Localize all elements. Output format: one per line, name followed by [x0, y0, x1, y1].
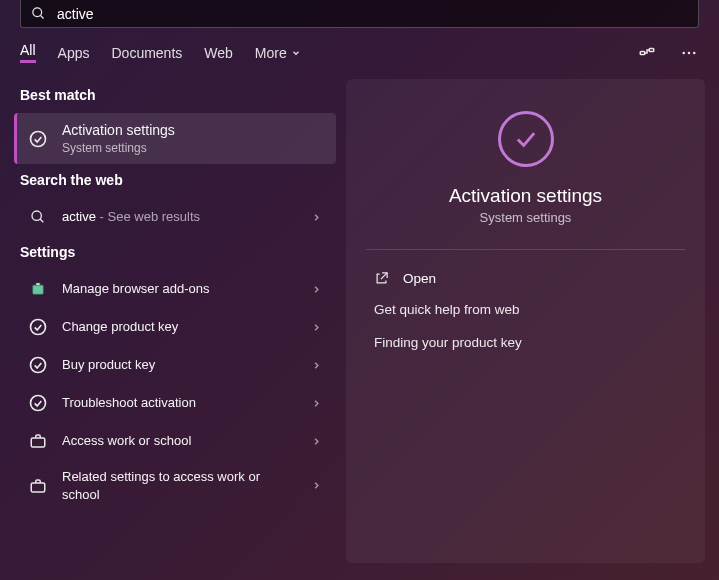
result-subtitle: System settings: [62, 140, 322, 156]
svg-point-0: [33, 8, 42, 17]
section-best-match: Best match: [14, 79, 336, 113]
tab-documents[interactable]: Documents: [111, 45, 182, 61]
detail-link-1[interactable]: Finding your product key: [366, 326, 685, 359]
chevron-right-icon: [311, 212, 322, 223]
svg-rect-11: [36, 283, 40, 286]
check-icon: [28, 393, 48, 413]
briefcase-icon: [28, 431, 48, 451]
search-bar[interactable]: [20, 0, 699, 28]
check-circle-icon: [28, 129, 48, 149]
svg-rect-15: [31, 438, 45, 447]
open-label: Open: [403, 271, 436, 286]
settings-item-label: Buy product key: [62, 356, 297, 374]
svg-line-9: [40, 219, 43, 222]
tab-all[interactable]: All: [20, 42, 36, 63]
result-best-match[interactable]: Activation settings System settings: [14, 113, 336, 164]
svg-point-14: [31, 396, 46, 411]
open-action[interactable]: Open: [366, 264, 685, 293]
result-text: Activation settings System settings: [62, 121, 322, 156]
tab-web[interactable]: Web: [204, 45, 233, 61]
tab-more[interactable]: More: [255, 45, 301, 61]
svg-point-7: [31, 131, 46, 146]
svg-point-5: [688, 51, 691, 54]
search-icon: [28, 207, 48, 227]
detail-subtitle: System settings: [480, 210, 572, 225]
search-input[interactable]: [57, 6, 688, 22]
open-external-icon: [374, 271, 389, 286]
settings-item[interactable]: Related settings to access work or schoo…: [14, 460, 336, 511]
settings-item[interactable]: Buy product key: [14, 346, 336, 384]
check-icon: [28, 317, 48, 337]
settings-item[interactable]: Manage browser add-ons: [14, 270, 336, 308]
result-text: active - See web results: [62, 208, 297, 226]
svg-line-1: [40, 15, 43, 18]
settings-item-label: Related settings to access work or schoo…: [62, 468, 297, 503]
settings-item[interactable]: Change product key: [14, 308, 336, 346]
detail-link-0[interactable]: Get quick help from web: [366, 293, 685, 326]
addons-icon: [28, 279, 48, 299]
section-settings: Settings: [14, 236, 336, 270]
chevron-right-icon: [311, 436, 322, 447]
svg-point-4: [682, 51, 685, 54]
chevron-right-icon: [311, 480, 322, 491]
svg-rect-3: [649, 48, 654, 51]
check-icon: [28, 355, 48, 375]
chevron-right-icon: [311, 398, 322, 409]
connect-icon[interactable]: [637, 43, 657, 63]
tab-apps[interactable]: Apps: [58, 45, 90, 61]
settings-item-label: Manage browser add-ons: [62, 280, 297, 298]
svg-rect-16: [31, 483, 45, 492]
chevron-right-icon: [311, 360, 322, 371]
chevron-right-icon: [311, 322, 322, 333]
activation-hero-icon: [498, 111, 554, 167]
section-search-web: Search the web: [14, 164, 336, 198]
result-title: Activation settings: [62, 121, 322, 140]
settings-item[interactable]: Troubleshoot activation: [14, 384, 336, 422]
detail-title: Activation settings: [449, 185, 602, 207]
chevron-down-icon: [291, 48, 301, 58]
svg-point-8: [32, 211, 41, 220]
svg-point-12: [31, 320, 46, 335]
svg-rect-10: [33, 285, 44, 294]
detail-panel: Activation settings System settings Open…: [346, 79, 705, 563]
more-options-icon[interactable]: [679, 43, 699, 63]
settings-item-label: Access work or school: [62, 432, 297, 450]
tab-more-label: More: [255, 45, 287, 61]
briefcase-icon: [28, 476, 48, 496]
svg-point-13: [31, 358, 46, 373]
filter-tabs: All Apps Documents Web More: [0, 28, 719, 73]
svg-point-6: [693, 51, 696, 54]
result-web-search[interactable]: active - See web results: [14, 198, 336, 236]
divider: [366, 249, 685, 250]
search-icon: [31, 6, 47, 22]
settings-item-label: Change product key: [62, 318, 297, 336]
settings-item-label: Troubleshoot activation: [62, 394, 297, 412]
settings-item[interactable]: Access work or school: [14, 422, 336, 460]
chevron-right-icon: [311, 284, 322, 295]
svg-rect-2: [640, 51, 645, 54]
web-query: active: [62, 209, 96, 224]
web-suffix: - See web results: [96, 209, 200, 224]
